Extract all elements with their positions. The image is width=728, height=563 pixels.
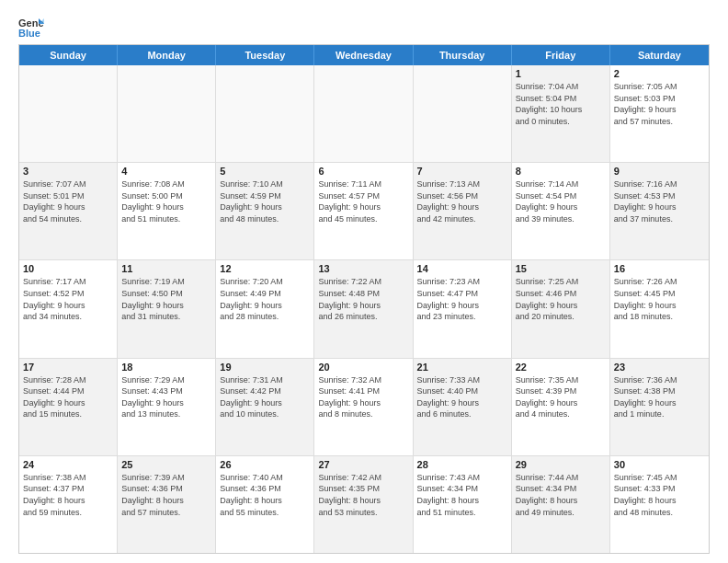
day-detail: Sunrise: 7:39 AM Sunset: 4:36 PM Dayligh… [121,472,211,518]
day-number: 25 [121,459,211,470]
day-detail: Sunrise: 7:44 AM Sunset: 4:34 PM Dayligh… [516,472,606,518]
calendar-cell: 27Sunrise: 7:42 AM Sunset: 4:35 PM Dayli… [314,456,413,553]
day-number: 30 [614,459,705,470]
day-detail: Sunrise: 7:31 AM Sunset: 4:42 PM Dayligh… [220,374,310,420]
day-detail: Sunrise: 7:13 AM Sunset: 4:56 PM Dayligh… [417,178,507,224]
calendar-cell: 5Sunrise: 7:10 AM Sunset: 4:59 PM Daylig… [216,163,314,259]
calendar-cell: 29Sunrise: 7:44 AM Sunset: 4:34 PM Dayli… [512,456,610,553]
day-number: 12 [220,263,310,274]
calendar-cell: 12Sunrise: 7:20 AM Sunset: 4:49 PM Dayli… [216,260,314,357]
day-number: 11 [121,263,211,274]
calendar-cell [414,65,512,162]
day-number: 4 [121,166,211,177]
header-cell-tuesday: Tuesday [216,45,314,65]
day-number: 28 [417,459,507,470]
day-detail: Sunrise: 7:14 AM Sunset: 4:54 PM Dayligh… [516,178,606,224]
calendar-week-3: 17Sunrise: 7:28 AM Sunset: 4:44 PM Dayli… [19,359,709,456]
calendar-cell: 4Sunrise: 7:08 AM Sunset: 5:00 PM Daylig… [118,163,216,259]
day-number: 7 [417,166,507,177]
day-detail: Sunrise: 7:11 AM Sunset: 4:57 PM Dayligh… [318,178,408,224]
calendar-cell: 19Sunrise: 7:31 AM Sunset: 4:42 PM Dayli… [216,359,314,455]
day-number: 8 [516,166,606,177]
calendar-cell [19,65,118,162]
page: General Blue SundayMondayTuesdayWednesda… [0,0,728,563]
calendar-cell: 20Sunrise: 7:32 AM Sunset: 4:41 PM Dayli… [314,359,413,455]
day-detail: Sunrise: 7:17 AM Sunset: 4:52 PM Dayligh… [23,276,113,322]
day-detail: Sunrise: 7:40 AM Sunset: 4:36 PM Dayligh… [220,472,310,518]
day-number: 24 [23,459,113,470]
day-number: 2 [614,68,705,79]
calendar-cell: 23Sunrise: 7:36 AM Sunset: 4:38 PM Dayli… [610,359,709,455]
calendar-body: 1Sunrise: 7:04 AM Sunset: 5:04 PM Daylig… [19,65,709,553]
calendar-cell: 6Sunrise: 7:11 AM Sunset: 4:57 PM Daylig… [314,163,413,259]
day-number: 29 [516,459,606,470]
day-detail: Sunrise: 7:42 AM Sunset: 4:35 PM Dayligh… [318,472,408,518]
day-detail: Sunrise: 7:07 AM Sunset: 5:01 PM Dayligh… [23,178,113,224]
calendar-cell: 13Sunrise: 7:22 AM Sunset: 4:48 PM Dayli… [314,260,413,357]
calendar-cell: 28Sunrise: 7:43 AM Sunset: 4:34 PM Dayli… [414,456,512,553]
calendar-cell: 30Sunrise: 7:45 AM Sunset: 4:33 PM Dayli… [610,456,709,553]
calendar-cell: 15Sunrise: 7:25 AM Sunset: 4:46 PM Dayli… [512,260,610,357]
svg-text:Blue: Blue [18,28,40,39]
day-detail: Sunrise: 7:23 AM Sunset: 4:47 PM Dayligh… [417,276,507,322]
day-number: 19 [220,362,310,373]
day-detail: Sunrise: 7:33 AM Sunset: 4:40 PM Dayligh… [417,374,507,420]
day-number: 18 [121,362,211,373]
day-detail: Sunrise: 7:20 AM Sunset: 4:49 PM Dayligh… [220,276,310,322]
calendar-cell [314,65,413,162]
calendar-cell: 16Sunrise: 7:26 AM Sunset: 4:45 PM Dayli… [610,260,709,357]
calendar-cell [118,65,216,162]
header: General Blue [18,15,710,40]
day-number: 10 [23,263,113,274]
header-cell-thursday: Thursday [414,45,512,65]
day-detail: Sunrise: 7:19 AM Sunset: 4:50 PM Dayligh… [121,276,211,322]
day-number: 14 [417,263,507,274]
day-detail: Sunrise: 7:38 AM Sunset: 4:37 PM Dayligh… [23,472,113,518]
day-number: 5 [220,166,310,177]
day-number: 17 [23,362,113,373]
calendar-cell: 26Sunrise: 7:40 AM Sunset: 4:36 PM Dayli… [216,456,314,553]
calendar-cell: 3Sunrise: 7:07 AM Sunset: 5:01 PM Daylig… [19,163,118,259]
day-detail: Sunrise: 7:43 AM Sunset: 4:34 PM Dayligh… [417,472,507,518]
day-detail: Sunrise: 7:10 AM Sunset: 4:59 PM Dayligh… [220,178,310,224]
day-detail: Sunrise: 7:04 AM Sunset: 5:04 PM Dayligh… [516,81,606,127]
day-detail: Sunrise: 7:08 AM Sunset: 5:00 PM Dayligh… [121,178,211,224]
day-detail: Sunrise: 7:28 AM Sunset: 4:44 PM Dayligh… [23,374,113,420]
calendar-week-4: 24Sunrise: 7:38 AM Sunset: 4:37 PM Dayli… [19,456,709,553]
calendar-cell: 2Sunrise: 7:05 AM Sunset: 5:03 PM Daylig… [610,65,709,162]
header-cell-friday: Friday [512,45,610,65]
day-number: 27 [318,459,408,470]
calendar-cell: 24Sunrise: 7:38 AM Sunset: 4:37 PM Dayli… [19,456,118,553]
calendar-week-2: 10Sunrise: 7:17 AM Sunset: 4:52 PM Dayli… [19,260,709,358]
calendar: SundayMondayTuesdayWednesdayThursdayFrid… [18,44,710,554]
logo-icon: General Blue [18,15,44,40]
day-number: 3 [23,166,113,177]
calendar-cell: 7Sunrise: 7:13 AM Sunset: 4:56 PM Daylig… [414,163,512,259]
calendar-cell [216,65,314,162]
day-number: 6 [318,166,408,177]
day-detail: Sunrise: 7:25 AM Sunset: 4:46 PM Dayligh… [516,276,606,322]
day-detail: Sunrise: 7:29 AM Sunset: 4:43 PM Dayligh… [121,374,211,420]
calendar-cell: 8Sunrise: 7:14 AM Sunset: 4:54 PM Daylig… [512,163,610,259]
day-detail: Sunrise: 7:35 AM Sunset: 4:39 PM Dayligh… [516,374,606,420]
logo: General Blue [18,15,44,40]
calendar-week-1: 3Sunrise: 7:07 AM Sunset: 5:01 PM Daylig… [19,163,709,260]
calendar-cell: 14Sunrise: 7:23 AM Sunset: 4:47 PM Dayli… [414,260,512,357]
calendar-header-row: SundayMondayTuesdayWednesdayThursdayFrid… [19,45,709,65]
header-cell-wednesday: Wednesday [314,45,413,65]
header-cell-saturday: Saturday [610,45,709,65]
day-number: 21 [417,362,507,373]
calendar-cell: 11Sunrise: 7:19 AM Sunset: 4:50 PM Dayli… [118,260,216,357]
day-detail: Sunrise: 7:16 AM Sunset: 4:53 PM Dayligh… [614,178,705,224]
calendar-cell: 1Sunrise: 7:04 AM Sunset: 5:04 PM Daylig… [512,65,610,162]
day-number: 9 [614,166,705,177]
day-detail: Sunrise: 7:22 AM Sunset: 4:48 PM Dayligh… [318,276,408,322]
calendar-cell: 9Sunrise: 7:16 AM Sunset: 4:53 PM Daylig… [610,163,709,259]
day-number: 1 [516,68,606,79]
calendar-week-0: 1Sunrise: 7:04 AM Sunset: 5:04 PM Daylig… [19,65,709,163]
day-detail: Sunrise: 7:45 AM Sunset: 4:33 PM Dayligh… [614,472,705,518]
day-number: 15 [516,263,606,274]
day-number: 20 [318,362,408,373]
day-number: 22 [516,362,606,373]
day-detail: Sunrise: 7:32 AM Sunset: 4:41 PM Dayligh… [318,374,408,420]
